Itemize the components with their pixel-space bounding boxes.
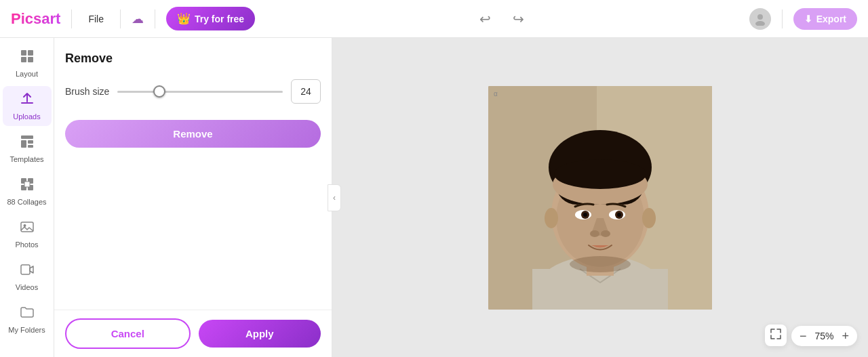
sidebar-item-videos[interactable]: Videos	[3, 257, 52, 297]
redo-button[interactable]: ↪	[510, 8, 527, 30]
logo-text: Picsart	[11, 10, 60, 28]
avatar[interactable]	[749, 8, 771, 30]
sidebar-label-uploads: Uploads	[13, 112, 40, 121]
svg-point-39	[642, 208, 656, 228]
export-download-icon: ⬇	[804, 14, 812, 24]
brush-size-value: 24	[291, 79, 321, 104]
sidebar-label-collages: 88 Collages	[7, 198, 46, 206]
svg-rect-15	[21, 222, 33, 232]
zoom-in-button[interactable]: +	[842, 330, 849, 342]
zoom-out-button[interactable]: −	[800, 330, 807, 342]
fullscreen-button[interactable]	[765, 324, 787, 346]
header-center: ↩ ↪	[263, 8, 741, 30]
videos-icon	[20, 262, 35, 280]
file-menu-button[interactable]: File	[83, 11, 109, 27]
remove-panel: Remove Brush size 24 Remove Cancel Apply…	[54, 38, 332, 357]
sidebar-item-layout[interactable]: Layout	[3, 43, 52, 83]
templates-icon	[20, 134, 35, 152]
sidebar-label-videos: Videos	[16, 283, 38, 291]
export-label: Export	[816, 14, 846, 24]
svg-rect-2	[21, 50, 26, 56]
zoom-value: 75%	[812, 331, 836, 341]
sidebar-item-templates[interactable]: Templates	[3, 129, 52, 169]
brush-size-slider[interactable]	[117, 91, 283, 93]
svg-rect-17	[21, 265, 30, 274]
undo-button[interactable]: ↩	[477, 8, 494, 30]
svg-rect-14	[24, 182, 30, 187]
sidebar-label-layout: Layout	[16, 70, 38, 78]
canvas-image: α	[488, 86, 712, 310]
sidebar-label-myfolders: My Folders	[8, 326, 45, 334]
avatar-icon	[753, 12, 767, 26]
canvas-image-wrapper: α	[488, 86, 712, 310]
svg-point-40	[570, 256, 631, 272]
header-divider-2	[120, 9, 121, 28]
main-layout: Layout Uploads Templates 88 Collages Pho…	[0, 38, 868, 357]
uploads-icon	[20, 91, 35, 110]
layout-icon	[20, 49, 35, 67]
sidebar-item-myfolders[interactable]: My Folders	[3, 299, 52, 339]
collages-icon	[20, 177, 35, 195]
panel-content: Remove Brush size 24 Remove	[54, 38, 332, 310]
svg-point-37	[601, 230, 610, 237]
cloud-icon: ☁	[132, 12, 144, 26]
svg-rect-9	[28, 145, 33, 148]
panel-footer: Cancel Apply	[54, 310, 332, 357]
apply-button[interactable]: Apply	[199, 320, 321, 348]
crown-icon: 👑	[177, 12, 191, 25]
sidebar-item-uploads[interactable]: Uploads	[3, 86, 52, 126]
photos-icon	[20, 219, 35, 238]
sidebar-item-photos[interactable]: Photos	[3, 214, 52, 254]
panel-title: Remove	[65, 51, 321, 66]
svg-point-36	[590, 230, 599, 237]
try-for-free-button[interactable]: 👑 Try for free	[166, 7, 255, 30]
sidebar-label-photos: Photos	[15, 240, 38, 249]
svg-point-34	[583, 213, 587, 217]
myfolders-icon	[20, 305, 35, 323]
svg-point-16	[23, 224, 26, 227]
svg-rect-4	[21, 57, 26, 62]
try-free-label: Try for free	[195, 14, 244, 24]
svg-point-1	[755, 21, 765, 26]
zoom-controls: − 75% +	[791, 326, 857, 346]
svg-rect-5	[28, 57, 33, 62]
svg-rect-8	[28, 140, 33, 144]
svg-point-29	[554, 159, 646, 189]
sidebar-item-collages[interactable]: 88 Collages	[3, 171, 52, 211]
brush-size-row: Brush size 24	[65, 79, 321, 104]
svg-point-35	[617, 213, 621, 217]
portrait-svg	[488, 86, 712, 310]
app-header: Picsart File ☁ 👑 Try for free ↩ ↪ ⬇ Expo…	[0, 0, 868, 38]
logo[interactable]: Picsart	[11, 10, 60, 28]
svg-point-38	[545, 208, 558, 228]
remove-button[interactable]: Remove	[65, 120, 321, 148]
sidebar-label-templates: Templates	[9, 155, 43, 163]
canvas-corner-label: α	[494, 90, 498, 98]
svg-rect-7	[21, 140, 26, 148]
header-divider-3	[155, 9, 155, 28]
brush-size-label: Brush size	[65, 86, 109, 97]
collapse-panel-button[interactable]: ‹	[328, 184, 341, 211]
export-button[interactable]: ⬇ Export	[793, 8, 857, 30]
header-divider-4	[782, 9, 783, 28]
svg-point-0	[757, 14, 763, 20]
cancel-button[interactable]: Cancel	[65, 318, 191, 349]
svg-rect-6	[21, 135, 33, 139]
svg-rect-3	[28, 50, 33, 56]
canvas-area: α − 75% +	[332, 38, 868, 357]
header-right: ⬇ Export	[749, 8, 857, 30]
header-divider-1	[71, 9, 72, 28]
sidebar: Layout Uploads Templates 88 Collages Pho…	[0, 38, 54, 357]
